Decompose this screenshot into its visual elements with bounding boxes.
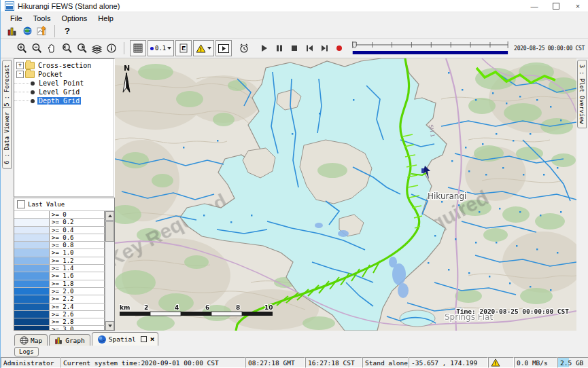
folder-icon — [25, 62, 35, 69]
arrow-down-icon — [108, 325, 112, 327]
color-swatch — [14, 303, 50, 310]
close-tab-icon[interactable]: × — [150, 335, 155, 344]
tree-node-label[interactable]: Level Grid — [37, 88, 81, 96]
zoom-out-button[interactable] — [29, 41, 44, 56]
tree-node-label[interactable]: Cross-section — [37, 62, 92, 69]
chevron-down-icon — [167, 47, 171, 50]
timer-button[interactable] — [237, 41, 252, 56]
step-backward-button[interactable] — [302, 41, 317, 56]
tree-node-level-grid[interactable]: Level Grid — [14, 88, 114, 96]
tab-data-viewer[interactable]: 6 : Data Viewer — [2, 107, 12, 169]
play-button[interactable] — [257, 41, 272, 56]
logs-bar: Logs — [1, 346, 588, 357]
zoom-in-button[interactable] — [14, 41, 29, 56]
map-toolbar: 0.1 E — [1, 39, 588, 58]
tab-forecast[interactable]: 5 : Forecast — [2, 60, 12, 111]
tab-graph[interactable]: Graph — [49, 334, 90, 346]
map-display-button[interactable] — [20, 24, 35, 39]
node-bullet-icon — [31, 99, 35, 103]
tab-plot-overview[interactable]: 3 : Plot Overview — [577, 60, 587, 128]
tree-node-label[interactable]: Pocket — [37, 71, 64, 78]
time-slider-track — [351, 39, 510, 57]
legend-row: >= 0.2 — [14, 219, 105, 226]
pause-button[interactable] — [272, 41, 287, 56]
label-toggle-button[interactable]: E — [175, 40, 192, 56]
node-bullet-icon — [31, 81, 35, 86]
expand-icon[interactable]: + — [16, 62, 24, 69]
bar-chart-icon — [54, 336, 63, 345]
animation-button[interactable] — [215, 40, 232, 56]
undock-icon[interactable] — [141, 336, 147, 342]
status-system-time: Current system time:2020-09-01 00:00 CST — [60, 357, 245, 368]
maximize-icon — [553, 3, 559, 10]
town-label: Hikurangi — [428, 191, 466, 201]
svg-text:6: 6 — [205, 304, 209, 311]
status-mode: Stand alone — [362, 357, 409, 368]
zoom-previous-button[interactable] — [59, 41, 74, 56]
tree-node-label-selected[interactable]: Depth Grid — [37, 97, 81, 105]
status-warning-cell[interactable] — [488, 357, 514, 368]
tab-map[interactable]: Map — [14, 334, 48, 346]
grid-display-button[interactable] — [130, 40, 146, 56]
record-button[interactable] — [332, 41, 347, 56]
time-slider-thumb[interactable] — [353, 42, 357, 48]
collapse-icon[interactable]: - — [16, 71, 24, 78]
zoom-next-button[interactable] — [74, 41, 89, 56]
database-viewer-button[interactable] — [5, 24, 20, 39]
tree-node-depth-grid[interactable]: Depth Grid — [14, 96, 114, 105]
time-slider[interactable] — [351, 39, 510, 57]
map-viewport[interactable]: API Key Required API Key Required — [115, 58, 576, 331]
warning-threshold-dropdown[interactable] — [193, 40, 214, 56]
color-swatch — [14, 227, 50, 234]
main-area: 5 : Forecast 6 : Data Viewer + Cross-sec… — [1, 58, 588, 331]
wire-globe-icon — [20, 336, 29, 345]
stop-icon — [290, 44, 298, 52]
legend-row: >= 2.0 — [14, 288, 105, 295]
last-value-checkbox[interactable] — [17, 200, 25, 208]
scrollbar-track[interactable] — [105, 242, 114, 321]
menu-help[interactable]: Help — [92, 14, 119, 22]
right-tab-strip: 3 : Plot Overview — [576, 58, 588, 331]
pan-button[interactable] — [44, 41, 59, 56]
profile-display-button[interactable] — [35, 24, 50, 39]
logs-button[interactable]: Logs — [14, 347, 39, 356]
status-user: Administrator — [1, 357, 60, 368]
tree-guide-line — [14, 100, 29, 101]
color-swatch — [14, 219, 50, 225]
legend-row: >= 1.6 — [14, 272, 105, 280]
pan-hand-icon — [46, 43, 57, 54]
close-button[interactable]: × — [567, 0, 588, 12]
menu-options[interactable]: Options — [56, 14, 92, 22]
scrollbar-thumb[interactable] — [105, 221, 114, 242]
help-button[interactable]: ? — [60, 24, 75, 39]
legend-row: >= 1.2 — [14, 257, 105, 265]
info-button[interactable] — [104, 41, 119, 56]
tab-spatial-label: Spatial — [109, 335, 136, 343]
minimize-button[interactable]: — — [523, 0, 545, 12]
tab-spatial[interactable]: Spatial × — [92, 332, 159, 346]
color-swatch — [14, 280, 50, 287]
contour-interval-dropdown[interactable]: 0.1 — [148, 40, 174, 56]
step-forward-button[interactable] — [317, 41, 332, 56]
tree-node-level-point[interactable]: Level Point — [14, 79, 114, 88]
step-backward-icon — [305, 44, 314, 52]
stop-button[interactable] — [287, 41, 302, 56]
legend-row: >= 2.4 — [14, 303, 105, 311]
scroll-down-button[interactable] — [105, 321, 114, 331]
tree-node-pocket[interactable]: - Pocket — [14, 70, 114, 79]
color-swatch — [14, 318, 50, 325]
toolbar-separator — [124, 42, 124, 54]
status-bar: Administrator Current system time:2020-0… — [1, 357, 588, 368]
folder-icon — [25, 71, 35, 78]
scroll-up-button[interactable] — [105, 211, 114, 221]
legend-scrollbar[interactable] — [105, 211, 114, 331]
legend-header: Last Value — [14, 198, 114, 211]
layers-button[interactable] — [89, 41, 104, 56]
tree-node-label[interactable]: Level Point — [37, 79, 85, 87]
menu-file[interactable]: File — [5, 14, 28, 22]
record-icon — [335, 44, 343, 52]
menu-tools[interactable]: Tools — [28, 14, 56, 22]
color-swatch — [14, 257, 50, 264]
data-viewer-panel: + Cross-section - Pocket Level Point — [14, 58, 115, 331]
maximize-button[interactable] — [545, 0, 567, 12]
